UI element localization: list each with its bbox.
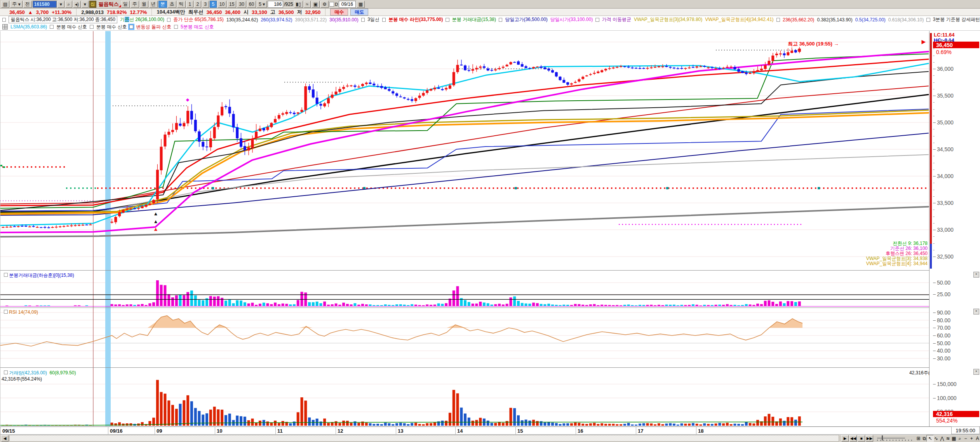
low-label: 저 [297, 9, 302, 16]
indicator-legend-item[interactable]: 390(33,571.22) [295, 17, 327, 23]
period-day-button[interactable]: 일 [121, 1, 130, 8]
indicator-legend-item[interactable]: 당일고가(36,500.00) [505, 16, 547, 23]
signal-legend-item[interactable]: 분봉 매수 신호 [56, 24, 87, 30]
price-change: 3,700 [36, 9, 49, 15]
legend-checkbox[interactable] [174, 25, 178, 29]
period-week-button[interactable]: 주 [131, 1, 139, 8]
legend-checkbox[interactable] [595, 18, 599, 22]
jeon-button[interactable]: 전 [23, 1, 32, 8]
amount-tick-label: 50.00 [937, 280, 950, 286]
zigzag-style-icon[interactable]: ≈ [304, 1, 311, 8]
period-dropdown[interactable]: 주 ▾ [10, 1, 22, 8]
price-tick-label: 36,000 [937, 66, 954, 72]
legend-checkbox[interactable] [50, 25, 54, 29]
legend-checkbox[interactable] [926, 18, 930, 22]
chart-scrollbar[interactable] [9, 435, 839, 442]
legend-checkbox[interactable] [499, 18, 502, 22]
legend-checkbox[interactable] [90, 25, 94, 29]
legend-checkbox[interactable] [776, 18, 780, 22]
rewind-button[interactable]: ◀◀ [849, 435, 857, 442]
legend-checkbox[interactable] [167, 18, 171, 22]
scroll-left-button[interactable]: ◀ [1, 435, 9, 442]
buy-button[interactable]: 매수 [330, 9, 348, 16]
indicator-legend-item[interactable]: 3분봉 기준봉 강세패턴 [933, 16, 980, 23]
time-axis[interactable] [0, 426, 980, 435]
search-icon[interactable]: ⌕ [65, 1, 72, 8]
indicator-legend-item[interactable]: 0.5(34,725.00) [855, 17, 886, 23]
grid-icon[interactable] [2, 24, 8, 30]
indicator-legend-item[interactable]: 기준선 26(36,100.00) [120, 16, 164, 23]
unit-tick-button[interactable]: 틱 [177, 1, 186, 8]
text-tool-button[interactable]: A [974, 435, 980, 442]
indicator-legend-item[interactable]: 0.382(35,143.90) [817, 17, 852, 23]
signal-legend-item[interactable]: 변동성 돌파 신호 [136, 24, 171, 30]
legend-checkbox[interactable] [361, 18, 365, 22]
indicator-legend-item[interactable]: 필옵틱스 시:36,200 고:36,500 저:36,200 종:36,450 [9, 16, 117, 23]
interval-2-button[interactable]: 2 [194, 1, 201, 8]
indicator-legend-item[interactable]: VWAP_일목균형표[3](34,978.80) [634, 16, 702, 23]
sell-button[interactable]: 매도 [350, 9, 368, 16]
indicator-legend-item[interactable]: 종가 단순 65(35,786.15) [173, 16, 223, 23]
indicator-legend-item[interactable]: 130(35,244.62) [226, 17, 258, 23]
indicator-legend-item[interactable]: VWAP_일목균형표[4](34,942.41) [705, 16, 773, 23]
indicator-legend-item[interactable]: 0.618(34,306.10) [888, 17, 924, 23]
indicator-legend-item[interactable]: 가격 이동평균 [602, 16, 631, 23]
window-menu-button[interactable]: ▤ [1, 1, 9, 8]
code-dropdown-button[interactable]: ▾ [57, 1, 64, 8]
volume-pane-checkbox[interactable] [4, 370, 8, 374]
interval-dropdown[interactable]: 5 ▾ [257, 1, 267, 8]
rsi-pane-label[interactable]: RSI 14(74,09) [4, 309, 38, 315]
indicator-legend-item[interactable]: 236(35,662.20) [783, 17, 814, 23]
stop-button[interactable]: ■ [858, 435, 865, 442]
indicator-legend-item[interactable]: 3일선 [367, 16, 379, 23]
interval-10-button[interactable]: 10 [218, 1, 226, 8]
interval-3-button[interactable]: 3 [202, 1, 209, 8]
amount-pane-checkbox[interactable] [4, 273, 8, 277]
indicator-legend-item[interactable]: 260(33,974.52) [261, 17, 292, 23]
rsi-pane-checkbox[interactable] [4, 310, 8, 314]
best-quote-label: 최우선 [188, 9, 203, 16]
interval-30-button[interactable]: 30 [237, 1, 246, 8]
indicator-legend-item[interactable]: 30(35,910.00) [329, 17, 359, 23]
stock-code-input[interactable]: 161580 [33, 1, 57, 8]
time-axis-label: 18 [698, 428, 703, 434]
rsi-tick-label: 50.00 [937, 340, 950, 346]
indicator-legend-item[interactable]: 당일시가(33,100.00) [550, 16, 593, 23]
signal-legend-item[interactable]: 분봉 매수 신호 [96, 24, 127, 30]
unit-second-button[interactable]: 초 [168, 1, 176, 8]
unit-minute-button[interactable]: 분 [158, 1, 167, 8]
legend-checkbox[interactable] [2, 18, 6, 22]
legend-checkbox[interactable] [129, 25, 133, 29]
signal-legend-item[interactable]: 5분봉 매도 신호 [181, 24, 214, 30]
interval-15-button[interactable]: 15 [227, 1, 236, 8]
indicator-legend-item[interactable]: 분봉 매수 라인(33,775.00) [388, 16, 443, 23]
amount-pane-close-icon[interactable]: × [973, 272, 979, 278]
speaker-dropdown-button[interactable]: ▾ [82, 1, 89, 8]
amount-pane-label[interactable]: 분봉거래대금(하승훈)[0](15,38) [4, 272, 74, 279]
rsi-pane-close-icon[interactable]: × [973, 309, 979, 314]
bar-count-input[interactable]: 186 [268, 1, 283, 8]
date-input[interactable]: 09/16 [339, 1, 356, 8]
legend-checkbox[interactable] [446, 18, 449, 22]
volume-pane-close-icon[interactable]: × [973, 369, 979, 375]
stock-name[interactable]: 필옵틱스 [97, 1, 120, 8]
candle-style-icon[interactable]: ▮▯ [294, 1, 303, 8]
indicator-legend-item[interactable]: 분봉 거래대금(15,38) [452, 16, 496, 23]
period-month-button[interactable]: 월 [140, 1, 148, 8]
speaker-icon[interactable]: ◂) [73, 1, 81, 8]
signal-legend-item[interactable]: LSMA(35,603.86) [10, 24, 47, 30]
play-button[interactable]: ▶ [841, 435, 849, 442]
interval-5-button[interactable]: 5 [210, 1, 217, 8]
settings-gear-icon[interactable]: ⚙ [320, 1, 329, 8]
speed-slider-track[interactable] [877, 438, 905, 439]
legend-checkbox[interactable] [382, 18, 386, 22]
volume-pane-label[interactable]: 거래량(42,316.00) 60(8,979.50) [4, 370, 76, 376]
interval-60-button[interactable]: 60 [247, 1, 256, 8]
chart-plot-area[interactable]: ▲▲▲◆▶ [0, 31, 929, 435]
forward-button[interactable]: ▶▶ [866, 435, 873, 442]
calendar-icon[interactable]: ▦ [357, 1, 365, 8]
save-icon[interactable]: ▣ [312, 1, 320, 8]
interval-1-button[interactable]: 1 [186, 1, 193, 8]
date-checkbox[interactable] [329, 2, 334, 7]
period-year-button[interactable]: 년 [149, 1, 158, 8]
